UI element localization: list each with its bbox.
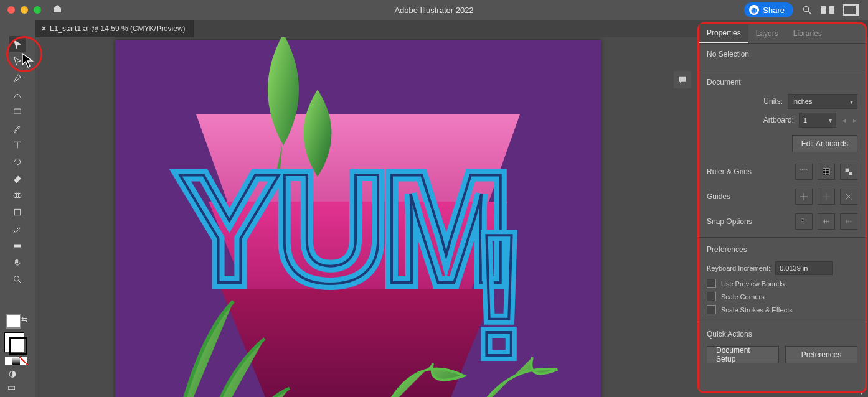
next-artboard-button[interactable]: ▸ <box>852 117 857 124</box>
scale-corners-checkbox[interactable]: Scale Corners <box>707 292 857 301</box>
chevron-down-icon: ▾ <box>850 98 853 105</box>
minimize-window-button[interactable] <box>21 6 28 14</box>
scale-strokes-checkbox[interactable]: Scale Strokes & Effects <box>707 305 857 314</box>
color-mode-swatches[interactable] <box>5 357 27 365</box>
svg-rect-5 <box>14 209 20 215</box>
keyboard-increment-field[interactable]: 0.0139 in <box>775 261 833 275</box>
zoom-tool[interactable] <box>9 271 26 287</box>
smart-guides-icon[interactable] <box>840 189 857 205</box>
snap-options-label: Snap Options <box>707 217 752 226</box>
guides-label: Guides <box>707 192 730 201</box>
pen-tool[interactable] <box>9 70 26 86</box>
close-tab-icon[interactable]: × <box>42 24 46 33</box>
ruler-toggle-icon[interactable] <box>795 164 813 180</box>
rectangle-tool[interactable] <box>9 103 26 119</box>
artboard-value: 1 <box>803 116 807 124</box>
chevron-down-icon: ▾ <box>829 117 832 124</box>
default-fill-stroke-icon[interactable] <box>6 314 21 329</box>
tab-layers[interactable]: Layers <box>748 24 786 43</box>
edit-artboards-button[interactable]: Edit Artboards <box>792 135 857 152</box>
svg-line-1 <box>808 11 811 14</box>
close-window-button[interactable] <box>7 6 15 14</box>
arrange-documents-icon[interactable] <box>821 5 834 15</box>
keyboard-increment-label: Keyboard Increment: <box>707 264 770 272</box>
titlebar: Adobe Illustrator 2022 ◉ Share <box>0 0 868 21</box>
transparency-grid-icon[interactable] <box>840 164 857 180</box>
type-tool[interactable] <box>9 137 26 153</box>
eyedropper-tool[interactable] <box>9 221 26 237</box>
svg-rect-10 <box>849 172 852 175</box>
units-label: Units: <box>739 97 783 106</box>
document-setup-button[interactable]: Document Setup <box>707 346 779 363</box>
share-label: Share <box>763 6 785 15</box>
color-mode-icon[interactable] <box>5 357 12 365</box>
document-setup-label: Document Setup <box>716 346 770 363</box>
curvature-tool[interactable] <box>9 86 26 103</box>
window-controls <box>7 6 41 14</box>
swirl-icon <box>377 301 564 397</box>
units-value: Inches <box>792 98 812 105</box>
document-tab[interactable]: × L1_start1.ai @ 14.59 % (CMYK/Preview) <box>35 20 194 37</box>
svg-rect-6 <box>14 245 21 247</box>
preferences-section-heading: Preferences <box>707 245 857 254</box>
selection-state-label: No Selection <box>707 50 857 58</box>
share-button[interactable]: ◉ Share <box>744 2 793 17</box>
eraser-tool[interactable] <box>9 170 26 187</box>
search-icon[interactable] <box>802 5 812 15</box>
app-title: Adobe Illustrator 2022 <box>394 6 473 15</box>
svg-rect-9 <box>846 169 849 172</box>
use-preview-bounds-checkbox[interactable]: Use Preview Bounds <box>707 279 857 288</box>
lock-guides-icon[interactable] <box>818 189 835 205</box>
artboard-label: Artboard: <box>750 116 794 124</box>
home-icon[interactable] <box>52 4 62 16</box>
use-preview-bounds-label: Use Preview Bounds <box>721 280 785 287</box>
artboard[interactable]: YUM YUM ! ! <box>115 40 601 397</box>
quick-actions-heading: Quick Actions <box>707 330 857 339</box>
workspace-switcher-icon[interactable] <box>843 4 859 16</box>
shape-builder-tool[interactable] <box>9 187 26 203</box>
fill-stroke-control[interactable] <box>4 332 24 352</box>
stem-icon <box>159 264 296 397</box>
paintbrush-tool[interactable] <box>9 120 26 136</box>
snap-to-pixel-icon[interactable] <box>795 213 813 230</box>
checkbox-icon <box>707 279 716 288</box>
tab-properties[interactable]: Properties <box>699 24 748 43</box>
svg-line-8 <box>19 281 21 283</box>
artboard-tool[interactable] <box>9 204 26 220</box>
grid-toggle-icon[interactable] <box>818 164 835 180</box>
prev-artboard-button[interactable]: ◂ <box>841 117 847 124</box>
artboard-dropdown[interactable]: 1 ▾ <box>799 113 836 128</box>
gradient-tool[interactable] <box>9 238 26 254</box>
selection-tool[interactable] <box>9 36 26 52</box>
comments-panel-icon[interactable] <box>674 71 691 88</box>
svg-point-7 <box>14 276 19 281</box>
tools-panel: ⇆ ◑ ▭ <box>0 20 35 397</box>
checkbox-icon <box>707 292 716 301</box>
scale-corners-label: Scale Corners <box>721 293 765 301</box>
edit-artboards-label: Edit Artboards <box>801 139 848 148</box>
svg-rect-2 <box>14 109 21 114</box>
maximize-window-button[interactable] <box>34 6 41 14</box>
scale-strokes-label: Scale Strokes & Effects <box>721 306 793 314</box>
svg-point-0 <box>804 7 809 12</box>
show-guides-icon[interactable] <box>795 189 813 205</box>
units-dropdown[interactable]: Inches ▾ <box>788 94 857 109</box>
swap-fill-stroke-icon[interactable]: ⇆ <box>21 315 27 324</box>
ruler-grids-label: Ruler & Grids <box>707 167 752 176</box>
properties-panel: Properties Layers Libraries No Selection… <box>697 22 867 393</box>
screen-mode-icon[interactable]: ▭ <box>7 382 16 392</box>
none-mode-icon[interactable] <box>20 357 27 365</box>
snap-to-point-icon[interactable] <box>818 213 835 230</box>
preferences-button[interactable]: Preferences <box>785 346 857 363</box>
preferences-label: Preferences <box>801 350 842 359</box>
document-tab-label: L1_start1.ai @ 14.59 % (CMYK/Preview) <box>50 24 186 33</box>
tab-libraries[interactable]: Libraries <box>786 24 829 43</box>
cloud-icon: ◉ <box>749 5 759 15</box>
direct-selection-tool[interactable] <box>9 53 26 69</box>
rotate-tool[interactable] <box>9 154 26 170</box>
snap-to-grid-icon[interactable] <box>840 213 857 230</box>
draw-mode-icon[interactable]: ◑ <box>9 368 16 378</box>
panel-tabs: Properties Layers Libraries <box>699 24 865 44</box>
document-section-heading: Document <box>707 78 857 86</box>
hand-tool[interactable] <box>9 255 26 271</box>
